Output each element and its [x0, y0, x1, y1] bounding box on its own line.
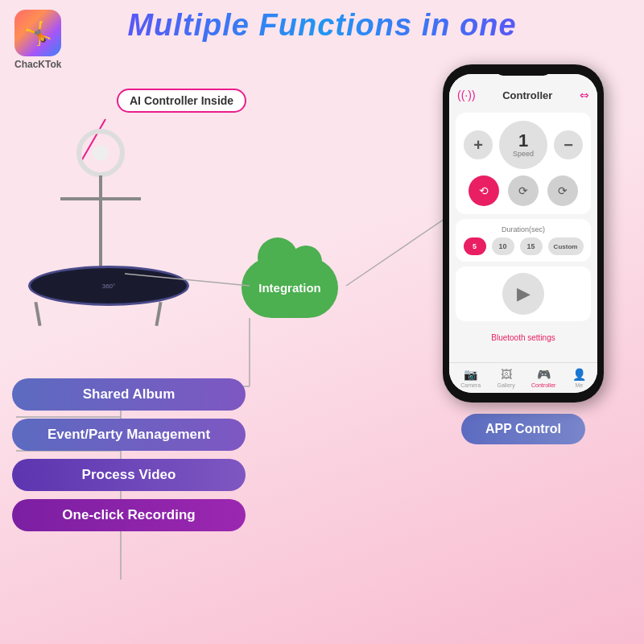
duration-custom[interactable]: Custom — [548, 237, 584, 255]
speed-display: 1 Speed — [499, 121, 547, 169]
nav-camera-label: Camera — [460, 382, 481, 388]
duration-row: 5 10 15 Custom — [462, 237, 584, 255]
feature-process-video[interactable]: Process Video — [12, 459, 246, 491]
nav-me-label: Me — [575, 382, 583, 388]
duration-10[interactable]: 10 — [492, 237, 514, 255]
base-leg-right — [155, 302, 162, 326]
page-title: Multiple Functions in one — [0, 8, 644, 43]
speed-minus-button[interactable]: − — [554, 130, 583, 159]
camera-icon: 📷 — [464, 368, 477, 381]
dir-btn-center[interactable]: ⟳ — [508, 175, 539, 206]
integration-cloud: Integration — [242, 258, 338, 318]
gallery-icon: 🖼 — [501, 368, 512, 381]
integration-label: Integration — [258, 281, 321, 295]
nav-me[interactable]: 👤 Me — [572, 368, 586, 388]
logo-icon: 🤸 — [14, 10, 61, 56]
ai-controller-label: AI Controller Inside — [117, 89, 246, 113]
app-control: APP Control — [427, 414, 620, 444]
header-wifi-icon: ((·)) — [457, 89, 476, 101]
nav-controller-label: Controller — [531, 382, 555, 388]
duration-15[interactable]: 15 — [520, 237, 543, 255]
features-list: Shared Album Event/Party Management Proc… — [12, 370, 262, 539]
app-control-label: APP Control — [461, 414, 585, 444]
logo-emoji: 🤸 — [24, 20, 52, 47]
controller-body: + 1 Speed − ⟲ ⟳ ⟳ Duration(sec) — [449, 106, 597, 362]
logo: 🤸 ChacKTok — [14, 10, 61, 70]
ring-light — [76, 129, 125, 177]
dir-btn-right[interactable]: ⟳ — [547, 175, 578, 206]
base-leg-left — [34, 302, 41, 326]
nav-camera[interactable]: 📷 Camera — [460, 368, 481, 388]
cloud-shape: Integration — [242, 258, 338, 318]
speed-plus-button[interactable]: + — [464, 130, 493, 159]
phone-notch — [495, 64, 551, 76]
me-icon: 👤 — [572, 368, 586, 381]
logo-name: ChacKTok — [14, 59, 61, 70]
platform-text: 360° — [102, 283, 116, 290]
speed-label: Speed — [513, 150, 534, 158]
nav-gallery[interactable]: 🖼 Gallery — [497, 368, 514, 388]
play-button[interactable]: ▶ — [502, 273, 544, 315]
controller-icon: 🎮 — [537, 368, 551, 381]
feature-one-click[interactable]: One-click Recording — [12, 499, 246, 531]
nav-controller[interactable]: 🎮 Controller — [531, 368, 555, 388]
header-expand-icon: ⇔ — [580, 89, 589, 101]
phone-nav: 📷 Camera 🖼 Gallery 🎮 Controller 👤 Me — [449, 362, 597, 393]
speed-row: + 1 Speed − — [464, 121, 583, 169]
duration-label: Duration(sec) — [462, 225, 584, 233]
phone-title: Controller — [476, 89, 580, 101]
phone-section: ((·)) Controller ⇔ + 1 Speed − ⟲ — [427, 64, 620, 444]
phone-header: ((·)) Controller ⇔ — [449, 74, 597, 106]
dir-btn-left[interactable]: ⟲ — [469, 175, 499, 206]
speed-value: 1 — [518, 132, 528, 150]
arm — [60, 197, 141, 200]
platform: 360° — [28, 266, 189, 306]
direction-row: ⟲ ⟳ ⟳ — [464, 175, 583, 206]
duration-section: Duration(sec) 5 10 15 Custom — [456, 219, 591, 262]
bluetooth-label[interactable]: Bluetooth settings — [491, 333, 555, 342]
bluetooth-section: Bluetooth settings — [456, 326, 591, 347]
feature-event-party[interactable]: Event/Party Management — [12, 419, 246, 451]
feature-shared-album[interactable]: Shared Album — [12, 378, 246, 411]
phone-screen: ((·)) Controller ⇔ + 1 Speed − ⟲ — [449, 74, 597, 393]
speed-control: + 1 Speed − ⟲ ⟳ ⟳ — [456, 113, 591, 214]
pole — [99, 175, 102, 272]
play-section: ▶ — [456, 266, 591, 321]
phone: ((·)) Controller ⇔ + 1 Speed − ⟲ — [443, 64, 604, 402]
duration-5[interactable]: 5 — [464, 237, 486, 255]
booth-device: 360° — [12, 129, 213, 330]
nav-gallery-label: Gallery — [497, 382, 514, 388]
page-header: Multiple Functions in one — [0, 8, 644, 43]
